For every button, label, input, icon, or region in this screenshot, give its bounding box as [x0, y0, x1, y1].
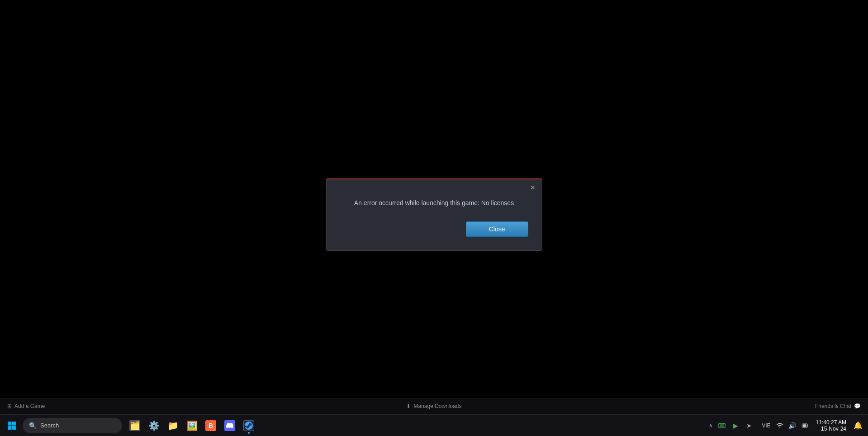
taskbar-app-brave[interactable]: B	[202, 417, 220, 435]
wifi-icon[interactable]	[774, 420, 785, 431]
friends-chat-button[interactable]: Friends & Chat 💬	[815, 403, 861, 409]
steam-bottom-center: ⬇ Manage Downloads	[406, 403, 461, 409]
steam-icon	[243, 420, 254, 431]
steam-bottom-right: Friends & Chat 💬	[815, 403, 861, 409]
add-game-button[interactable]: ⊞ Add a Game	[7, 403, 45, 409]
tray-icon-green[interactable]	[716, 420, 727, 431]
search-label: Search	[40, 422, 59, 429]
volume-icon[interactable]: 🔊	[787, 420, 798, 431]
brave-icon: B	[205, 420, 216, 431]
dialog-message: An error occurred while launching this g…	[340, 198, 528, 208]
tray-language[interactable]: VIE	[760, 422, 772, 430]
tray-overflow-button[interactable]: ∧	[707, 421, 715, 431]
taskbar-app-settings[interactable]: ⚙️	[145, 417, 163, 435]
manage-downloads-icon: ⬇	[406, 403, 411, 409]
taskbar-app-file-manager[interactable]: 🗂️	[126, 417, 144, 435]
taskbar-apps: 🗂️ ⚙️ 📁 🖼️ B	[126, 417, 258, 435]
friends-chat-label: Friends & Chat	[815, 403, 851, 409]
add-game-label: Add a Game	[14, 403, 45, 409]
tray-icons: ▶ ➤	[716, 420, 754, 431]
dialog-titlebar: ✕	[327, 179, 542, 194]
start-button[interactable]	[4, 417, 20, 434]
dialog-container: ✕ An error occurred while launching this…	[326, 178, 542, 251]
steam-bottom-left: ⊞ Add a Game	[7, 403, 45, 409]
svg-rect-3	[807, 425, 808, 426]
taskbar-tray: ∧ ▶ ➤ VIE 🔊 11:40:27 AM 15-Nov-24	[707, 418, 864, 433]
taskbar-app-explorer[interactable]: 📁	[164, 417, 182, 435]
manage-downloads-button[interactable]: ⬇ Manage Downloads	[406, 403, 461, 409]
tray-icon-arrow-green[interactable]: ▶	[730, 420, 741, 431]
windows-logo-icon	[8, 422, 16, 430]
dialog-close-x-button[interactable]: ✕	[528, 183, 537, 192]
search-icon: 🔍	[29, 422, 37, 429]
close-button[interactable]: Close	[466, 221, 528, 237]
clock-time: 11:40:27 AM	[816, 419, 846, 426]
clock[interactable]: 11:40:27 AM 15-Nov-24	[812, 418, 850, 433]
file-manager-icon: 🗂️	[129, 420, 140, 431]
discord-icon	[224, 420, 235, 431]
steam-active-indicator	[248, 432, 250, 434]
svg-rect-4	[802, 424, 806, 427]
network-icon[interactable]	[800, 420, 811, 431]
tray-icon-nav[interactable]: ➤	[744, 420, 754, 431]
manage-downloads-label: Manage Downloads	[413, 403, 461, 409]
friends-chat-icon: 💬	[854, 403, 861, 409]
steam-bottom-bar: ⊞ Add a Game ⬇ Manage Downloads Friends …	[0, 398, 868, 414]
taskbar-search[interactable]: 🔍 Search	[23, 418, 122, 433]
photos-icon: 🖼️	[186, 420, 197, 431]
dialog-body: An error occurred while launching this g…	[327, 194, 542, 250]
settings-icon: ⚙️	[148, 420, 159, 431]
notification-button[interactable]: 🔔	[852, 419, 864, 432]
taskbar-app-photos[interactable]: 🖼️	[183, 417, 201, 435]
add-game-icon: ⊞	[7, 403, 12, 409]
taskbar: 🔍 Search 🗂️ ⚙️ 📁 🖼️ B	[0, 414, 868, 436]
dialog-actions: Close	[340, 221, 528, 237]
clock-date: 15-Nov-24	[816, 426, 846, 432]
taskbar-app-steam[interactable]	[240, 417, 258, 435]
svg-rect-1	[720, 424, 724, 427]
error-dialog: ✕ An error occurred while launching this…	[326, 178, 542, 251]
taskbar-app-discord[interactable]	[221, 417, 239, 435]
explorer-icon: 📁	[167, 420, 178, 431]
